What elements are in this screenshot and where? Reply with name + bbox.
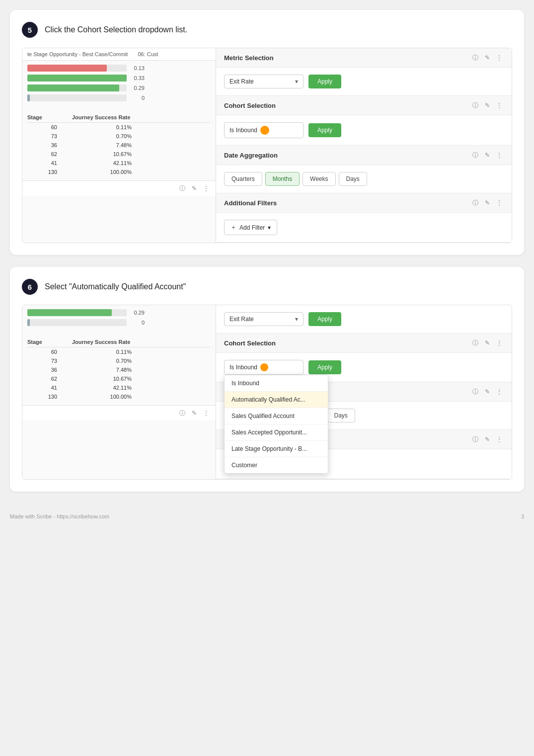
edit-icon[interactable]: ✎ [190, 184, 199, 193]
metric-apply-button[interactable]: Apply [308, 75, 341, 88]
step6-metric-section: Exit Rate ▾ Apply [216, 305, 512, 334]
additional-more-icon[interactable]: ⋮ [495, 435, 504, 444]
step6-cohort-header: Cohort Selection ⓘ ✎ ⋮ [216, 334, 512, 353]
col1-header: Stage [27, 114, 57, 120]
cohort-info-icon[interactable]: ⓘ [471, 101, 480, 110]
date-more-icon[interactable]: ⋮ [495, 387, 504, 396]
metric-icons: ⓘ ✎ ⋮ [471, 53, 504, 62]
row-col1: 36 [27, 367, 57, 373]
additional-more-icon[interactable]: ⋮ [495, 198, 504, 207]
step6-metric-body: Exit Rate ▾ Apply [216, 305, 512, 333]
dropdown-item[interactable]: Customer [225, 457, 328, 473]
row-col2: 100.00% [72, 394, 132, 400]
info-icon[interactable]: ⓘ [178, 409, 187, 418]
bar-fill [27, 309, 112, 316]
date-section: Date Aggregation ⓘ ✎ ⋮ QuartersMonthsWee… [216, 146, 512, 193]
col2-header: Journey Success Rate [72, 339, 132, 345]
row-col2: 0.70% [72, 133, 132, 139]
additional-info-icon[interactable]: ⓘ [471, 435, 480, 444]
date-info-icon[interactable]: ⓘ [471, 151, 480, 160]
more-icon[interactable]: ⋮ [202, 409, 211, 418]
footer: Made with Scribe - https://scribehow.com… [10, 504, 524, 524]
step6-cohort-apply-button[interactable]: Apply [308, 360, 341, 374]
table-row: 600.11% [27, 347, 211, 356]
additional-edit-icon[interactable]: ✎ [483, 435, 492, 444]
additional-info-icon[interactable]: ⓘ [471, 198, 480, 207]
step6-additional-icons: ⓘ ✎ ⋮ [471, 435, 504, 444]
cohort-select[interactable]: Is Inbound [224, 122, 304, 138]
step6-cohort-row: Is Inbound Is InboundAutomatically Quali… [224, 360, 504, 375]
metric-row: Exit Rate ▾ Apply [224, 75, 504, 88]
date-more-icon[interactable]: ⋮ [495, 151, 504, 160]
chevron-down-icon: ▾ [268, 224, 271, 231]
cohort-section-title: Cohort Selection [224, 102, 276, 109]
date-agg-button[interactable]: Weeks [303, 172, 335, 186]
date-edit-icon[interactable]: ✎ [483, 151, 492, 160]
row-col2: 0.11% [72, 124, 132, 130]
row-col2: 42.11% [72, 385, 132, 391]
step6-metric-apply-button[interactable]: Apply [308, 312, 341, 326]
row-col1: 73 [27, 358, 57, 364]
date-info-icon[interactable]: ⓘ [471, 387, 480, 396]
step5-top-bar: te Stage Opportunity - Best Case/Commit … [22, 48, 216, 61]
metric-select[interactable]: Exit Rate ▾ [224, 75, 304, 88]
add-filter-button[interactable]: ＋ Add Filter ▾ [224, 220, 277, 235]
step6-metric-select[interactable]: Exit Rate ▾ [224, 312, 304, 326]
cohort-edit-icon[interactable]: ✎ [483, 338, 492, 347]
metric-section-body: Exit Rate ▾ Apply [216, 68, 512, 95]
row-col2: 7.48% [72, 367, 132, 373]
more-icon[interactable]: ⋮ [202, 184, 211, 193]
date-agg-button[interactable]: Months [265, 172, 300, 186]
step6-cohort-select[interactable]: Is Inbound [224, 360, 304, 375]
cohort-info-icon[interactable]: ⓘ [471, 338, 480, 347]
bar-fill [27, 75, 127, 82]
chevron-down-icon: ▾ [295, 78, 298, 85]
dropdown-item[interactable]: Is Inbound [225, 375, 328, 392]
cohort-apply-button[interactable]: Apply [308, 123, 341, 137]
row-col1: 130 [27, 394, 57, 400]
date-agg-button[interactable]: Quarters [224, 172, 262, 186]
dropdown-item[interactable]: Automatically Qualified Ac... [225, 392, 328, 408]
dropdown-item[interactable]: Sales Accepted Opportunit... [225, 424, 328, 441]
row-col1: 62 [27, 151, 57, 157]
date-edit-icon[interactable]: ✎ [483, 387, 492, 396]
step5-number: 5 [22, 22, 38, 38]
step6-bottom-bar: ⓘ ✎ ⋮ [22, 405, 216, 420]
bar-value: 0.29 [130, 310, 145, 316]
metric-edit-icon[interactable]: ✎ [483, 53, 492, 62]
table-row: 130100.00% [27, 168, 211, 176]
cohort-edit-icon[interactable]: ✎ [483, 101, 492, 110]
additional-edit-icon[interactable]: ✎ [483, 198, 492, 207]
row-col2: 100.00% [72, 169, 132, 175]
bar-fill [27, 84, 119, 91]
chevron-down-icon: ▾ [295, 316, 298, 323]
step6-cohort-dropdown: Is InboundAutomatically Qualified Ac...S… [224, 375, 328, 474]
metric-section-header: Metric Selection ⓘ ✎ ⋮ [216, 48, 512, 68]
date-agg-button[interactable]: Days [339, 172, 367, 186]
metric-info-icon[interactable]: ⓘ [471, 53, 480, 62]
step5-content: te Stage Opportunity - Best Case/Commit … [22, 48, 512, 243]
table-header: Stage Journey Success Rate [27, 112, 211, 123]
cohort-section-body: Is Inbound Apply [216, 115, 512, 145]
metric-more-icon[interactable]: ⋮ [495, 53, 504, 62]
row-col1: 36 [27, 142, 57, 148]
cohort-more-icon[interactable]: ⋮ [495, 338, 504, 347]
step6-header: 6 Select "Automatically Qualified Accoun… [22, 279, 512, 295]
bar-row: 0 [27, 94, 211, 101]
step6-metric-value: Exit Rate [229, 316, 254, 323]
table-row: 4142.11% [27, 383, 211, 392]
row-col2: 42.11% [72, 160, 132, 166]
date-agg-button[interactable]: Days [327, 409, 355, 422]
dropdown-item[interactable]: Sales Qualified Account [225, 408, 328, 424]
cohort-more-icon[interactable]: ⋮ [495, 101, 504, 110]
step6-content: 0.29 0 Stage Journey Success Rate 600.11… [22, 305, 512, 480]
dropdown-item[interactable]: Late Stage Opportunity - B... [225, 441, 328, 457]
row-col2: 7.48% [72, 142, 132, 148]
top-bar-col: 06: Cust [138, 51, 158, 57]
cohort-section: Cohort Selection ⓘ ✎ ⋮ Is Inbound Apply [216, 96, 512, 146]
info-icon[interactable]: ⓘ [178, 184, 187, 193]
edit-icon[interactable]: ✎ [190, 409, 199, 418]
step6-table: Stage Journey Success Rate 600.11%730.70… [22, 333, 216, 405]
row-col2: 10.67% [72, 151, 132, 157]
step6-dropdown-wrapper: Is Inbound Is InboundAutomatically Quali… [224, 360, 304, 375]
